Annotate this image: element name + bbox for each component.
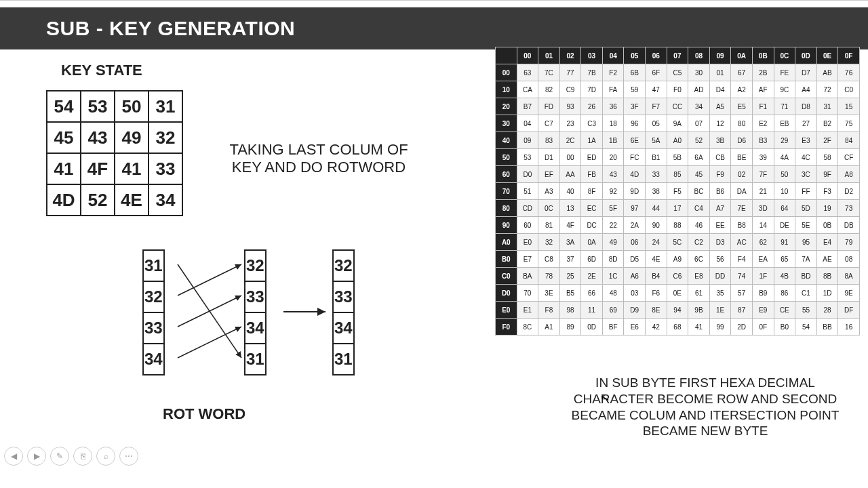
sbox-cell: 5B bbox=[667, 149, 688, 166]
sbox-cell: D9 bbox=[624, 302, 646, 319]
sbox-cell: D8 bbox=[795, 98, 817, 115]
sbox-cell: 91 bbox=[774, 234, 795, 251]
sbox-cell: D4 bbox=[709, 81, 731, 98]
slide-title: SUB - KEY GENERATION bbox=[46, 17, 822, 40]
sbox-cell: 5A bbox=[646, 132, 667, 149]
sbox-row-header: 00 bbox=[496, 64, 517, 81]
sbox-cell: E4 bbox=[816, 234, 838, 251]
sbox-cell: 2B bbox=[752, 64, 774, 81]
sbox-cell: 47 bbox=[646, 81, 667, 98]
key-state-cell: 4F bbox=[81, 153, 115, 184]
sbox-cell: 59 bbox=[624, 81, 646, 98]
sbox-cell: 1B bbox=[602, 132, 624, 149]
sbox-cell: 33 bbox=[646, 166, 667, 183]
pen-tool-button[interactable]: ✎ bbox=[50, 447, 69, 466]
sbox-row-header: 70 bbox=[496, 183, 517, 200]
svg-line-3 bbox=[178, 327, 241, 358]
key-state-cell: 43 bbox=[81, 122, 115, 153]
next-slide-button[interactable]: ▶ bbox=[27, 447, 46, 466]
key-state-cell: 34 bbox=[149, 184, 182, 216]
sub-byte-explanation: IN SUB BYTE FIRST HEXA DECIMAL CHARACTER… bbox=[563, 375, 848, 439]
sbox-cell: D5 bbox=[624, 251, 646, 268]
sbox-cell: 3F bbox=[624, 98, 646, 115]
sbox-col-header: 06 bbox=[646, 47, 667, 64]
sbox-cell: 03 bbox=[624, 285, 646, 302]
sbox-cell: C3 bbox=[581, 115, 603, 132]
sbox-cell: 12 bbox=[709, 115, 731, 132]
zoom-button[interactable]: ⌕ bbox=[96, 447, 115, 466]
sbox-cell: A8 bbox=[838, 166, 860, 183]
sbox-cell: B4 bbox=[646, 268, 667, 285]
sbox-cell: B9 bbox=[752, 285, 774, 302]
sbox-cell: 54 bbox=[795, 319, 817, 336]
sbox-cell: C8 bbox=[538, 251, 560, 268]
rot-cell: 33 bbox=[143, 312, 164, 344]
sbox-row-header: 30 bbox=[496, 115, 517, 132]
sbox-cell: A7 bbox=[709, 200, 731, 217]
sbox-cell: 89 bbox=[559, 319, 581, 336]
sbox-cell: 2A bbox=[624, 217, 646, 234]
sbox-cell: 05 bbox=[646, 115, 667, 132]
sbox-cell: 7F bbox=[752, 166, 774, 183]
key-state-cell: 49 bbox=[115, 122, 149, 153]
title-bar: SUB - KEY GENERATION bbox=[0, 7, 868, 49]
slide-show-button[interactable]: ⎘ bbox=[73, 447, 92, 466]
sbox-cell: DF bbox=[838, 302, 860, 319]
sbox-cell: 11 bbox=[581, 302, 603, 319]
rot-cell: 33 bbox=[333, 281, 354, 312]
sbox-cell: 8A bbox=[838, 268, 860, 285]
sbox-cell: 5D bbox=[795, 200, 817, 217]
sbox-cell: A3 bbox=[538, 183, 560, 200]
sbox-cell: 4B bbox=[774, 268, 795, 285]
more-options-button[interactable]: ⋯ bbox=[119, 447, 138, 466]
presenter-controls: ◀ ▶ ✎ ⎘ ⌕ ⋯ bbox=[4, 447, 138, 466]
sbox-row-header: 50 bbox=[496, 149, 517, 166]
rot-cell: 32 bbox=[333, 250, 354, 281]
sbox-cell: D6 bbox=[731, 132, 753, 149]
sbox-cell: BF bbox=[602, 319, 624, 336]
sbox-col-header: 0D bbox=[795, 47, 817, 64]
sbox-cell: 74 bbox=[731, 268, 753, 285]
sbox-cell: B3 bbox=[752, 132, 774, 149]
sbox-col-header: 0E bbox=[816, 47, 838, 64]
sbox-cell: 4A bbox=[774, 149, 795, 166]
rot-word-heading: ROT WORD bbox=[163, 405, 245, 423]
window-top-rule bbox=[0, 0, 868, 7]
prev-slide-button[interactable]: ◀ bbox=[4, 447, 23, 466]
sbox-cell: FF bbox=[795, 183, 817, 200]
sbox-cell: BD bbox=[795, 268, 817, 285]
sbox-cell: 2F bbox=[816, 132, 838, 149]
sbox-cell: 70 bbox=[517, 285, 538, 302]
sbox-cell: 96 bbox=[624, 115, 646, 132]
sbox-cell: 21 bbox=[752, 183, 774, 200]
sbox-cell: 1A bbox=[581, 132, 603, 149]
sbox-cell: E5 bbox=[731, 98, 753, 115]
sbox-cell: 68 bbox=[667, 319, 688, 336]
sbox-cell: 73 bbox=[838, 200, 860, 217]
sbox-cell: 4E bbox=[646, 251, 667, 268]
sbox-cell: 8D bbox=[602, 251, 624, 268]
sbox-cell: 5E bbox=[795, 217, 817, 234]
sbox-cell: 60 bbox=[517, 217, 538, 234]
sbox-cell: 75 bbox=[838, 115, 860, 132]
rot-cell: 32 bbox=[143, 281, 164, 312]
sbox-cell: 45 bbox=[688, 166, 710, 183]
sbox-cell: 6B bbox=[624, 64, 646, 81]
sbox-cell: 8F bbox=[581, 183, 603, 200]
sbox-cell: C6 bbox=[667, 268, 688, 285]
sbox-row-header: A0 bbox=[496, 234, 517, 251]
sbox-cell: CD bbox=[517, 200, 538, 217]
sbox-cell: 51 bbox=[517, 183, 538, 200]
sbox-cell: 67 bbox=[731, 64, 753, 81]
sbox-col-header: 04 bbox=[602, 47, 624, 64]
sbox-cell: B8 bbox=[731, 217, 753, 234]
sbox-cell: 90 bbox=[646, 217, 667, 234]
sbox-cell: AC bbox=[731, 234, 753, 251]
sbox-cell: A4 bbox=[795, 81, 817, 98]
key-state-cell: 54 bbox=[47, 91, 81, 122]
sbox-cell: F7 bbox=[646, 98, 667, 115]
sbox-cell: 7E bbox=[731, 200, 753, 217]
sbox-cell: 9F bbox=[816, 166, 838, 183]
sbox-cell: C2 bbox=[688, 234, 710, 251]
sbox-cell: 29 bbox=[774, 132, 795, 149]
